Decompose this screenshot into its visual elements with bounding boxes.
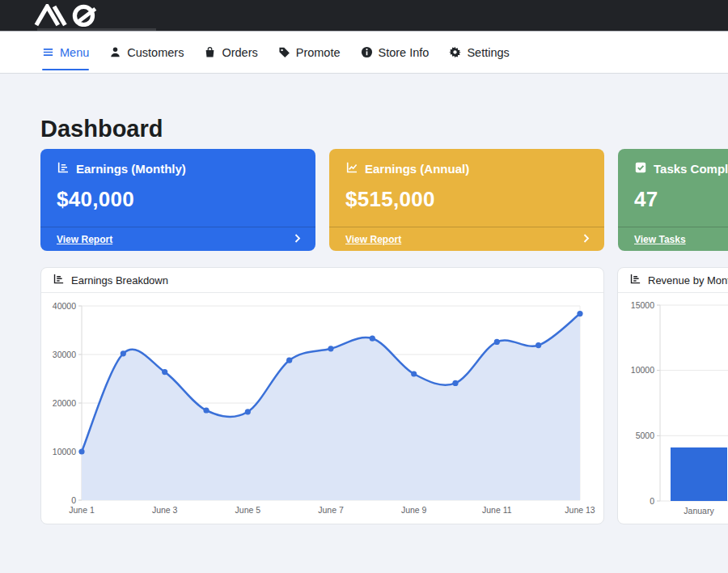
stat-card-title: Earnings (Annual) (365, 162, 469, 176)
stat-card-body: Earnings (Annual) $515,000 (329, 149, 604, 227)
chart-title: Revenue by Month (648, 274, 728, 286)
nav-item-menu[interactable]: Menu (42, 32, 89, 73)
svg-text:June 7: June 7 (318, 505, 344, 515)
info-circle-icon (361, 46, 373, 58)
bar-chart-icon (57, 161, 70, 176)
logo-aq-icon (34, 4, 112, 27)
view-report-link[interactable]: View Report (329, 227, 604, 251)
svg-text:20000: 20000 (53, 398, 76, 408)
view-report-link[interactable]: View Report (40, 227, 315, 251)
nav-label: Customers (127, 46, 184, 59)
svg-text:30000: 30000 (53, 350, 76, 359)
stat-card-title-row: Earnings (Monthly) (57, 161, 299, 176)
stat-card-value: $40,000 (57, 187, 299, 212)
stat-card-tasks-completed: Tasks Completed 47 View Tasks (618, 149, 728, 251)
logo-underline (37, 28, 156, 31)
stat-card-body: Tasks Completed 47 (618, 149, 728, 227)
stat-card-earnings-annual: Earnings (Annual) $515,000 View Report (329, 149, 604, 251)
stat-card-value: 47 (634, 187, 728, 212)
svg-text:June 11: June 11 (482, 505, 512, 515)
stat-card-title-row: Tasks Completed (634, 161, 728, 176)
stat-card-title: Earnings (Monthly) (76, 162, 186, 176)
view-report-label: View Report (57, 234, 112, 245)
revenue-by-month-card: Revenue by Month 050001000015000January (617, 267, 728, 524)
view-tasks-link[interactable]: View Tasks (618, 227, 728, 251)
stat-card-body: Earnings (Monthly) $40,000 (40, 149, 315, 227)
stat-card-value: $515,000 (345, 187, 588, 212)
svg-text:June 9: June 9 (401, 505, 427, 515)
nav-item-store-info[interactable]: Store Info (361, 32, 430, 73)
nav-label: Promote (296, 46, 341, 59)
nav-label: Menu (60, 46, 89, 59)
tag-icon (278, 46, 290, 58)
nav-label: Settings (467, 46, 509, 59)
stat-card-title: Tasks Completed (654, 162, 728, 176)
svg-text:June 1: June 1 (69, 505, 95, 515)
nav-item-promote[interactable]: Promote (278, 32, 341, 73)
person-icon (109, 46, 121, 58)
nav-item-customers[interactable]: Customers (109, 32, 184, 73)
view-tasks-label: View Tasks (634, 234, 686, 245)
nav-item-settings[interactable]: Settings (449, 32, 509, 73)
main-nav: Menu Customers Orders Promote Store Info (0, 32, 728, 74)
charts-row: Earnings Breakdown 010000200003000040000… (40, 267, 728, 524)
svg-text:40000: 40000 (53, 301, 76, 311)
main-content: Dashboard Earnings (Monthly) $40,000 Vie… (0, 116, 728, 524)
revenue-by-month-bar-chart: 050001000015000January (618, 293, 728, 524)
svg-text:June 3: June 3 (152, 505, 178, 515)
app-viewport: Menu Customers Orders Promote Store Info (0, 0, 728, 573)
svg-text:10000: 10000 (631, 365, 654, 375)
nav-label: Store Info (379, 46, 430, 59)
svg-text:0: 0 (650, 496, 654, 506)
view-report-label: View Report (345, 234, 401, 245)
svg-text:June 13: June 13 (565, 505, 595, 515)
svg-text:0: 0 (71, 495, 76, 505)
stat-cards-row: Earnings (Monthly) $40,000 View Report (40, 149, 728, 251)
chart-card-header: Earnings Breakdown (41, 268, 603, 293)
nav-item-orders[interactable]: Orders (204, 32, 257, 73)
chart-card-header: Revenue by Month (618, 268, 728, 293)
hamburger-icon (42, 46, 54, 58)
bar-chart-icon (629, 273, 641, 287)
svg-text:5000: 5000 (636, 431, 655, 440)
stat-card-earnings-monthly: Earnings (Monthly) $40,000 View Report (40, 149, 315, 251)
svg-text:15000: 15000 (631, 300, 654, 310)
chevron-right-icon (294, 234, 301, 245)
shopping-bag-icon (204, 46, 216, 58)
stat-card-title-row: Earnings (Annual) (345, 161, 588, 176)
page-title: Dashboard (40, 116, 728, 142)
gear-icon (449, 46, 461, 58)
bar-chart-icon (53, 273, 65, 287)
svg-text:January: January (684, 506, 714, 516)
earnings-breakdown-area-chart: 010000200003000040000June 1June 3June 5J… (41, 293, 603, 524)
chevron-right-icon (583, 234, 590, 245)
topbar (0, 0, 728, 32)
earnings-breakdown-card: Earnings Breakdown 010000200003000040000… (40, 267, 604, 524)
nav-label: Orders (222, 46, 257, 59)
line-chart-icon (345, 161, 358, 176)
check-square-icon (634, 161, 647, 176)
svg-text:10000: 10000 (53, 447, 76, 456)
chart-title: Earnings Breakdown (71, 274, 168, 286)
svg-text:June 5: June 5 (235, 505, 261, 515)
